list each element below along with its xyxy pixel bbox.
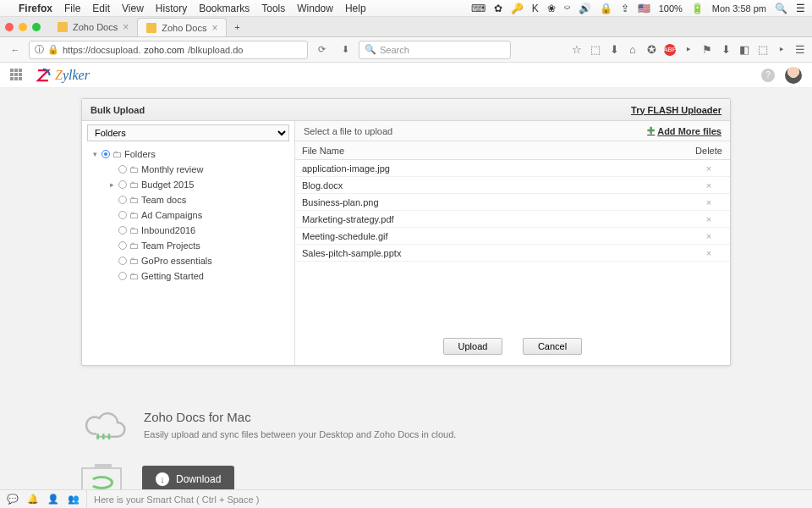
promo-section: Zoho Docs for Mac Easily upload and sync… — [81, 410, 456, 444]
status-icon: 🔑 — [511, 3, 524, 14]
menu-bookmarks[interactable]: Bookmarks — [199, 3, 250, 14]
bell-icon[interactable]: 🔔 — [27, 494, 39, 500]
reload-button[interactable]: ⟳ — [311, 41, 332, 59]
tree-item[interactable]: 🗀Monthly review — [102, 162, 291, 177]
delete-file-button[interactable]: × — [688, 231, 730, 241]
avatar[interactable] — [785, 67, 802, 84]
radio-icon[interactable] — [102, 150, 110, 158]
menu-history[interactable]: History — [156, 3, 187, 14]
radio-icon[interactable] — [118, 180, 127, 189]
flash-uploader-link[interactable]: Try FLASH Uploader — [631, 105, 721, 115]
menu-edit[interactable]: Edit — [92, 3, 110, 14]
tree-label: Ad Campaigns — [141, 210, 202, 220]
ext-icon[interactable]: ‣ — [775, 43, 788, 57]
radio-icon[interactable] — [118, 211, 127, 219]
radio-icon[interactable] — [118, 196, 127, 204]
radio-icon[interactable] — [118, 272, 127, 280]
tree-item[interactable]: 🗀Getting Started — [102, 268, 291, 284]
upload-button[interactable]: Upload — [443, 338, 502, 355]
ext-icon[interactable]: ◧ — [738, 43, 751, 57]
apps-menu-icon[interactable] — [10, 69, 24, 82]
url-field[interactable]: ⓘ 🔒 https://docsupload.zoho.com/blkuploa… — [29, 41, 308, 59]
chat-icon[interactable]: 💬 — [7, 494, 19, 500]
star-icon[interactable]: ☆ — [570, 43, 584, 57]
downloads-button[interactable]: ⬇ — [335, 41, 355, 59]
folder-tree: ▾ 🗀 Folders 🗀Monthly review▸🗀Budget 2015… — [82, 141, 294, 292]
menu-view[interactable]: View — [122, 3, 144, 14]
delete-file-button[interactable]: × — [688, 180, 730, 190]
tree-item[interactable]: 🗀GoPro essentials — [102, 253, 291, 268]
ext-icon[interactable]: ⚑ — [700, 43, 714, 57]
delete-file-button[interactable]: × — [688, 214, 730, 224]
spotlight-icon[interactable]: 🔍 — [775, 3, 787, 14]
menubar-app[interactable]: Firefox — [19, 3, 52, 14]
contacts-icon[interactable]: 👥 — [68, 494, 80, 500]
browser-tab-strip: Zoho Docs × Zoho Docs × + — [0, 17, 812, 37]
favicon-icon — [146, 23, 156, 33]
col-filename: File Name — [295, 146, 688, 156]
delete-file-button[interactable]: × — [688, 248, 730, 258]
lock-icon: 🔒 — [600, 3, 612, 14]
chat-hint[interactable]: Here is your Smart Chat ( Ctrl + Space ) — [87, 494, 259, 500]
battery-pct: 100% — [659, 3, 683, 14]
browser-tab[interactable]: Zoho Docs × — [137, 18, 227, 36]
new-tab-button[interactable]: + — [227, 18, 247, 36]
minimize-window-icon[interactable] — [19, 23, 27, 31]
tree-item[interactable]: 🗀Team Projects — [102, 238, 291, 253]
folder-icon: 🗀 — [129, 164, 139, 174]
close-window-icon[interactable] — [5, 23, 14, 31]
tree-label: Team docs — [141, 195, 186, 205]
hamburger-icon[interactable]: ☰ — [793, 43, 807, 57]
radio-icon[interactable] — [118, 241, 127, 250]
ext-icon[interactable]: ‣ — [682, 43, 695, 57]
bookmark-icon[interactable]: ✪ — [645, 43, 658, 57]
delete-file-button[interactable]: × — [688, 163, 730, 174]
back-button[interactable]: ← — [5, 41, 25, 59]
search-placeholder: Search — [380, 45, 409, 55]
tree-item[interactable]: 🗀Ad Campaigns — [102, 207, 291, 223]
tree-item[interactable]: ▸🗀Budget 2015 — [102, 177, 291, 192]
ext-icon[interactable]: ⬚ — [756, 43, 770, 57]
tree-root[interactable]: ▾ 🗀 Folders — [85, 146, 291, 162]
radio-icon[interactable] — [118, 165, 127, 174]
ext-icon[interactable]: ⬇ — [719, 43, 732, 57]
tree-label: Folders — [124, 149, 156, 159]
radio-icon[interactable] — [118, 226, 127, 235]
table-row: Blog.docx× — [295, 177, 730, 194]
folder-icon: 🗀 — [129, 195, 139, 205]
download-icon[interactable]: ⬇ — [607, 43, 621, 57]
menu-tools[interactable]: Tools — [261, 3, 285, 14]
add-more-files-link[interactable]: ✚ Add More files — [647, 125, 721, 136]
pocket-icon[interactable]: ⬚ — [589, 43, 602, 57]
close-tab-icon[interactable]: × — [123, 21, 129, 33]
help-icon[interactable]: ? — [761, 69, 775, 82]
menu-icon[interactable]: ☰ — [796, 3, 805, 14]
tree-item[interactable]: 🗀Team docs — [102, 192, 291, 207]
collapse-icon[interactable]: ▾ — [91, 150, 99, 158]
home-icon[interactable]: ⌂ — [626, 43, 639, 57]
contact-icon[interactable]: 👤 — [47, 494, 59, 500]
browser-tab[interactable]: Zoho Docs × — [49, 18, 137, 36]
close-tab-icon[interactable]: × — [211, 22, 217, 34]
folder-icon: 🗀 — [112, 149, 122, 159]
delete-file-button[interactable]: × — [688, 197, 730, 207]
menu-help[interactable]: Help — [345, 3, 366, 14]
radio-icon[interactable] — [118, 257, 127, 265]
menu-window[interactable]: Window — [297, 3, 333, 14]
tree-label: Getting Started — [141, 271, 204, 281]
abp-icon[interactable]: ABP — [663, 43, 677, 57]
expand-icon[interactable]: ▸ — [107, 180, 116, 189]
tree-label: Team Projects — [141, 240, 200, 251]
zoom-window-icon[interactable] — [32, 23, 41, 31]
menu-file[interactable]: File — [64, 3, 80, 14]
download-arrow-icon: ↓ — [156, 472, 169, 486]
tree-item[interactable]: 🗀Inbound2016 — [102, 223, 291, 238]
window-controls[interactable] — [5, 23, 41, 36]
brand[interactable]: ZZylkerylker — [36, 68, 90, 83]
cancel-button[interactable]: Cancel — [523, 338, 582, 355]
search-box[interactable]: 🔍 Search — [359, 41, 511, 59]
clock: Mon 3:58 pm — [712, 3, 766, 14]
table-row: Sales-pitch-sample.pptx× — [295, 245, 730, 262]
folders-select[interactable]: Folders — [87, 124, 289, 141]
status-icon: ⌨ — [471, 3, 486, 14]
